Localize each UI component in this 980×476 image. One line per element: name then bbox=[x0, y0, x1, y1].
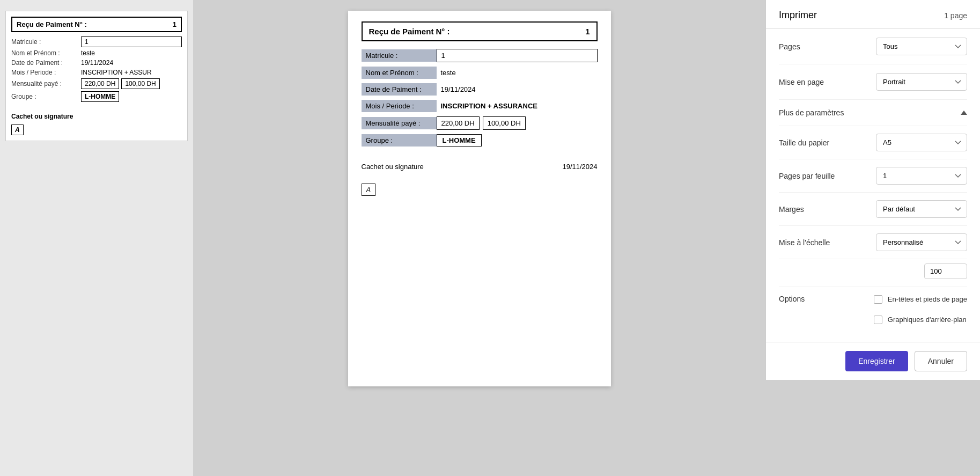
left-receipt-title-row: Reçu de Paiment N° : 1 bbox=[11, 17, 182, 32]
print-panel-wrapper: Imprimer 1 page Pages Tous Pages paires … bbox=[765, 0, 980, 476]
main-date-right: 19/11/2024 bbox=[562, 163, 597, 171]
options-label: Options bbox=[779, 295, 805, 303]
pages-row: Pages Tous Pages paires Pages impaires bbox=[779, 29, 967, 64]
expanded-params: Taille du papier A5 A4 A3 Pages par feui… bbox=[779, 126, 967, 342]
option1-checkbox[interactable] bbox=[874, 295, 882, 304]
left-signature-label: Cachet ou signature bbox=[11, 113, 73, 120]
pages-select[interactable]: Tous Pages paires Pages impaires bbox=[876, 38, 967, 55]
mise-en-page-row: Mise en page Portrait Paysage bbox=[779, 64, 967, 100]
pages-par-feuille-select[interactable]: 1 2 4 bbox=[876, 167, 967, 185]
left-mensualite-value1: 220,00 DH bbox=[81, 78, 119, 89]
left-preview-panel: Reçu de Paiment N° : 1 Matricule : 1 Nom… bbox=[0, 0, 193, 476]
print-body: Pages Tous Pages paires Pages impaires M… bbox=[766, 29, 980, 342]
scale-input[interactable] bbox=[924, 263, 967, 279]
option2-checkbox[interactable] bbox=[874, 316, 882, 324]
main-date-value: 19/11/2024 bbox=[437, 83, 598, 96]
scale-input-row bbox=[779, 259, 967, 287]
mise-en-page-label: Mise en page bbox=[779, 78, 824, 86]
main-date-row: Date de Paiment : 19/11/2024 bbox=[362, 83, 598, 96]
left-mois-value: INSCRIPTION + ASSUR bbox=[81, 69, 182, 76]
left-matricule-value: 1 bbox=[81, 36, 182, 47]
left-mois-row: Mois / Periode : INSCRIPTION + ASSUR bbox=[11, 69, 182, 76]
left-nom-value: teste bbox=[81, 49, 182, 57]
main-mensualite-boxes: 220,00 DH 100,00 DH bbox=[437, 116, 526, 130]
left-mensualite-boxes: 220,00 DH 100,00 DH bbox=[81, 78, 160, 89]
left-nom-row: Nom et Prénom : teste bbox=[11, 49, 182, 57]
options-inner: Options En-têtes et pieds de page Graphi… bbox=[779, 295, 967, 330]
main-mensualite-label: Mensualité payé : bbox=[362, 117, 437, 129]
left-groupe-value: L-HOMME bbox=[81, 91, 119, 102]
mise-echelle-select[interactable]: Personnalisé Ajuster bbox=[876, 233, 967, 251]
left-matricule-row: Matricule : 1 bbox=[11, 36, 182, 47]
marges-label: Marges bbox=[779, 205, 804, 214]
chevron-up-icon bbox=[961, 111, 967, 115]
main-groupe-row: Groupe : L-HOMME bbox=[362, 134, 598, 147]
main-mensualite-row: Mensualité payé : 220,00 DH 100,00 DH bbox=[362, 116, 598, 130]
options-checkboxes: En-têtes et pieds de page Graphiques d'a… bbox=[874, 295, 967, 330]
left-receipt: Reçu de Paiment N° : 1 Matricule : 1 Nom… bbox=[5, 11, 188, 141]
left-date-value: 19/11/2024 bbox=[81, 59, 182, 67]
pages-par-feuille-label: Pages par feuille bbox=[779, 172, 835, 180]
main-signature-mark: A bbox=[362, 184, 376, 196]
taille-papier-label: Taille du papier bbox=[779, 138, 829, 147]
main-mois-row: Mois / Periode : INSCRIPTION + ASSURANCE bbox=[362, 100, 598, 112]
left-mensualite-label: Mensualité payé : bbox=[11, 80, 81, 87]
enregistrer-button[interactable]: Enregistrer bbox=[845, 351, 908, 371]
left-mensualite-row: Mensualité payé : 220,00 DH 100,00 DH bbox=[11, 78, 182, 89]
main-nom-value: teste bbox=[437, 67, 598, 79]
left-signature-section: Cachet ou signature A bbox=[11, 113, 182, 135]
option1-item: En-têtes et pieds de page bbox=[874, 295, 967, 304]
main-receipt: Reçu de Paiment N° : 1 Matricule : 1 Nom… bbox=[348, 11, 611, 386]
main-signature-mark-wrapper: A bbox=[362, 176, 598, 196]
main-signature-label: Cachet ou signature bbox=[362, 163, 424, 171]
main-signature-section: Cachet ou signature 19/11/2024 bbox=[362, 163, 598, 171]
left-mois-label: Mois / Periode : bbox=[11, 69, 81, 76]
annuler-button[interactable]: Annuler bbox=[915, 351, 967, 371]
center-preview-panel: Reçu de Paiment N° : 1 Matricule : 1 Nom… bbox=[193, 0, 765, 476]
main-mensualite-value2: 100,00 DH bbox=[483, 116, 526, 130]
option2-text: Graphiques d'arrière-plan bbox=[888, 315, 967, 325]
left-receipt-title: Reçu de Paiment N° : bbox=[17, 20, 87, 28]
taille-papier-select[interactable]: A5 A4 A3 bbox=[876, 134, 967, 151]
option2-item: Graphiques d'arrière-plan bbox=[874, 315, 967, 325]
main-nom-row: Nom et Prénom : teste bbox=[362, 67, 598, 79]
pages-label: Pages bbox=[779, 42, 800, 51]
left-mensualite-value2: 100,00 DH bbox=[121, 78, 159, 89]
print-panel: Imprimer 1 page Pages Tous Pages paires … bbox=[765, 0, 980, 380]
left-date-row: Date de Paiment : 19/11/2024 bbox=[11, 59, 182, 67]
main-groupe-value: L-HOMME bbox=[437, 134, 482, 147]
left-date-label: Date de Paiment : bbox=[11, 59, 81, 67]
print-footer: Enregistrer Annuler bbox=[766, 342, 980, 380]
marges-row: Marges Par défaut Aucune Minimum Personn… bbox=[779, 193, 967, 226]
left-groupe-label: Groupe : bbox=[11, 93, 81, 100]
main-receipt-title-row: Reçu de Paiment N° : 1 bbox=[362, 21, 598, 41]
pages-par-feuille-row: Pages par feuille 1 2 4 bbox=[779, 159, 967, 193]
main-mois-label: Mois / Periode : bbox=[362, 100, 437, 112]
main-matricule-label: Matricule : bbox=[362, 49, 437, 62]
mise-en-page-select[interactable]: Portrait Paysage bbox=[876, 73, 967, 91]
main-mois-value: INSCRIPTION + ASSURANCE bbox=[437, 100, 598, 112]
print-header: Imprimer 1 page bbox=[766, 0, 980, 29]
option1-text: En-têtes et pieds de page bbox=[888, 295, 967, 304]
left-receipt-number: 1 bbox=[173, 20, 176, 28]
taille-papier-row: Taille du papier A5 A4 A3 bbox=[779, 126, 967, 159]
plus-params-label: Plus de paramètres bbox=[779, 108, 844, 117]
plus-params-toggle[interactable]: Plus de paramètres bbox=[779, 100, 967, 126]
left-nom-label: Nom et Prénom : bbox=[11, 49, 81, 57]
mise-echelle-label: Mise à l'échelle bbox=[779, 238, 830, 247]
main-mensualite-value1: 220,00 DH bbox=[437, 116, 480, 130]
main-groupe-label: Groupe : bbox=[362, 134, 437, 147]
print-title: Imprimer bbox=[779, 10, 817, 21]
main-matricule-value: 1 bbox=[437, 49, 598, 62]
main-receipt-title: Reçu de Paiment N° : bbox=[369, 27, 450, 36]
main-receipt-number: 1 bbox=[585, 27, 590, 36]
main-nom-label: Nom et Prénom : bbox=[362, 67, 437, 79]
main-matricule-row: Matricule : 1 bbox=[362, 49, 598, 62]
left-signature-mark: A bbox=[11, 125, 24, 135]
left-groupe-row: Groupe : L-HOMME bbox=[11, 91, 182, 102]
main-date-label: Date de Paiment : bbox=[362, 83, 437, 96]
mise-echelle-row: Mise à l'échelle Personnalisé Ajuster bbox=[779, 226, 967, 259]
marges-select[interactable]: Par défaut Aucune Minimum Personnalisé bbox=[876, 200, 967, 218]
print-page-count: 1 page bbox=[944, 11, 967, 20]
left-matricule-label: Matricule : bbox=[11, 38, 81, 46]
